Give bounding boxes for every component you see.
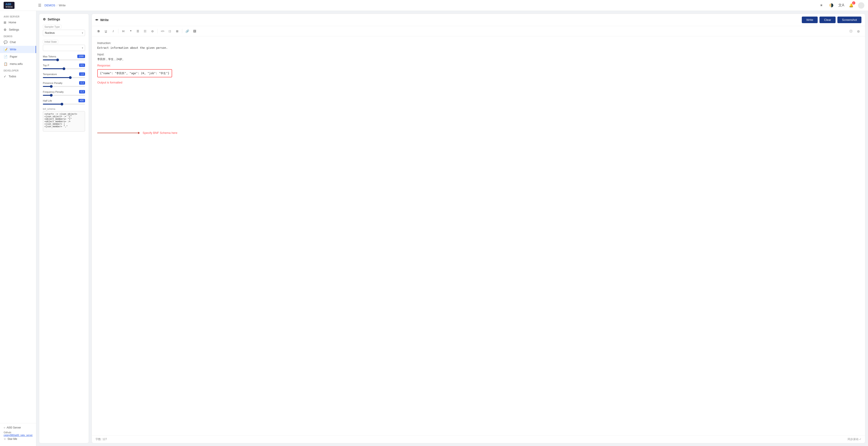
breadcrumb-current: Write (59, 4, 65, 7)
sidebar-item-settings[interactable]: ⚙ Settings (0, 26, 36, 33)
star-button[interactable]: ☆ Star-Me (4, 437, 32, 441)
italic-button[interactable]: I (110, 28, 116, 34)
toolbar-sep-2 (157, 29, 158, 33)
half-life-track[interactable] (43, 104, 85, 105)
write-actions: Write Clear Screenshot (802, 17, 861, 23)
toolbar-sep-3 (182, 29, 182, 33)
sidebar-item-paper[interactable]: 📄 Paper (0, 53, 36, 60)
max-tokens-label: Max Tokens (43, 55, 56, 58)
github-link[interactable]: cgiskyl980/ai00_rwkv_server (4, 434, 33, 437)
sidebar-item-write[interactable]: 📝 Write (0, 46, 36, 53)
home-icon: ⊞ (4, 21, 6, 24)
initial-state-select[interactable] (43, 45, 85, 51)
image-button[interactable]: 🖼 (191, 28, 198, 34)
presence-penalty-slider-group: Presence Penalty 0.3 (43, 81, 85, 87)
bnf-annotation-text: Specify BNF Schema here (143, 130, 177, 136)
bnf-schema-textarea[interactable]: <start> := <json_object> <json_object> :… (43, 111, 85, 131)
menu-icon: 📋 (4, 62, 7, 66)
breadcrumb-sep: / (57, 4, 58, 7)
bnf-schema-group: bnf_schema <start> := <json_object> <jso… (43, 108, 85, 132)
sampler-type-select-wrapper: Nucleus (43, 30, 85, 36)
list-ol-button[interactable]: ☷ (142, 28, 148, 34)
sampler-type-label: Sampler Type (43, 25, 61, 29)
bnf-schema-label: bnf_schema (43, 108, 85, 110)
max-tokens-header: Max Tokens 1000 (43, 55, 85, 58)
sidebar-item-todos[interactable]: ✓ Todos (0, 73, 36, 80)
sidebar-section-demos: DEMOS (0, 33, 36, 38)
heading-button[interactable]: H (120, 28, 126, 34)
star-icon: ☆ (4, 437, 6, 441)
logo-text1: Ai00 (5, 3, 13, 6)
sidebar-item-menu[interactable]: 📋 menu.wifu (0, 60, 36, 68)
main-layout: AI00 SERVER ⊞ Home ⚙ Settings DEMOS 💬 Ch… (0, 11, 868, 446)
translate-icon[interactable]: 文A (838, 2, 844, 9)
top-p-track[interactable] (43, 68, 85, 69)
clear-button[interactable]: Clear (819, 17, 836, 23)
sidebar-label-write: Write (10, 48, 16, 51)
sidebar-label-todos: Todos (9, 75, 16, 78)
editor-content[interactable]: Instruction: Extract information about t… (92, 36, 865, 435)
star-label: Star-Me (7, 437, 17, 441)
temperature-track[interactable] (43, 77, 85, 78)
initial-state-group: Initial State (43, 40, 85, 51)
logo-box: Ai00 管理面板 (4, 2, 14, 9)
code-block-button[interactable]: [ ] (167, 28, 173, 34)
half-life-value: 400 (79, 99, 85, 102)
theme-toggle-icon[interactable]: ☀ (818, 2, 825, 9)
avatar[interactable] (858, 2, 864, 9)
quote-button[interactable]: ❝ (127, 28, 134, 34)
sidebar-item-home[interactable]: ⊞ Home (0, 19, 36, 26)
chat-icon: 💬 (4, 40, 7, 44)
sampler-type-select[interactable]: Nucleus (43, 30, 85, 36)
presence-penalty-value: 0.3 (79, 81, 85, 85)
paper-icon: 📄 (4, 55, 7, 59)
content-area: ⚙ Settings Sampler Type Nucleus Initial … (36, 11, 868, 446)
settings-title-text: Settings (48, 18, 60, 21)
code-inline-button[interactable]: </> (159, 28, 166, 34)
sidebar-server: ○ AI00 Server (4, 426, 32, 429)
half-life-header: Half Life 400 (43, 99, 85, 102)
hamburger-icon[interactable]: ☰ (38, 3, 41, 7)
temperature-label: Temperature (43, 73, 57, 76)
server-circle-icon: ○ (4, 426, 5, 429)
sync-scroll-label[interactable]: 同步滚动 ✓ (847, 437, 861, 441)
notification-icon[interactable]: 🔔 2 (848, 2, 855, 9)
top-p-slider-group: Top P 0.5 (43, 63, 85, 69)
list-ul-button[interactable]: ☰ (135, 28, 141, 34)
sidebar-label-paper: Paper (10, 55, 17, 58)
input-text: 李田所，学生，24岁。 (97, 57, 860, 61)
brightness-icon[interactable]: 🌗 (828, 2, 834, 9)
top-p-label: Top P (43, 64, 49, 67)
temperature-slider-group: Temperature 1.0 (43, 72, 85, 78)
settings-panel: ⚙ Settings Sampler Type Nucleus Initial … (39, 13, 89, 443)
sidebar-label-menu: menu.wifu (10, 62, 23, 65)
preview-button[interactable]: ☐ (848, 28, 854, 34)
screenshot-button[interactable]: Screenshot (837, 17, 861, 23)
logo-text2: 管理面板 (5, 6, 13, 8)
settings-title: ⚙ Settings (43, 18, 85, 21)
sidebar-bottom: ○ AI00 Server Github: cgiskyl980/ai00_rw… (0, 423, 36, 443)
fullscreen-button[interactable]: ◎ (855, 28, 861, 34)
breadcrumb: ☰ DEMOS / Write (38, 3, 65, 7)
sidebar-item-chat[interactable]: 💬 Chat (0, 38, 36, 46)
link-button[interactable]: 🔗 (184, 28, 190, 34)
write-title-icon: ✏ (95, 18, 98, 22)
strikethrough-button[interactable]: ⊝ (149, 28, 156, 34)
write-button[interactable]: Write (802, 17, 818, 23)
github-section: Github: cgiskyl980/ai00_rwkv_server (4, 431, 32, 437)
response-label: Response: (97, 63, 860, 68)
write-title: ✏ Write (95, 18, 108, 22)
max-tokens-value: 1000 (77, 55, 85, 58)
presence-penalty-track[interactable] (43, 86, 85, 87)
top-p-header: Top P 0.5 (43, 63, 85, 67)
todos-icon: ✓ (4, 75, 6, 78)
instruction-label: Instruction: (97, 41, 860, 46)
max-tokens-slider-group: Max Tokens 1000 (43, 55, 85, 60)
underline-button[interactable]: U (103, 28, 109, 34)
bold-button[interactable]: B (95, 28, 102, 34)
word-count: 字数: 127 (95, 437, 107, 441)
bnf-annotation-container: Specify BNF Schema here (97, 130, 860, 136)
max-tokens-track[interactable] (43, 59, 85, 60)
frequency-penalty-track[interactable] (43, 95, 85, 96)
table-button[interactable]: ⊞ (174, 28, 180, 34)
